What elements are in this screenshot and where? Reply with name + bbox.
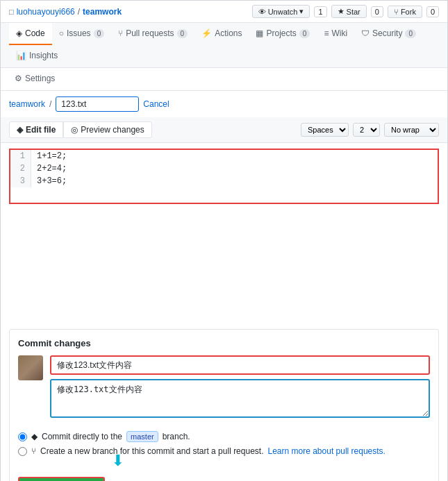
tab-insights-label: Insights <box>29 51 58 60</box>
edit-file-label: Edit file <box>26 125 56 135</box>
filename-input[interactable] <box>56 96 139 112</box>
radio-direct-icon: ◆ <box>31 432 38 441</box>
projects-icon: ▦ <box>256 28 263 38</box>
preview-icon: ◎ <box>71 125 78 135</box>
fork-icon: ⑂ <box>394 8 399 16</box>
edit-file-tab[interactable]: ◈ Edit file <box>9 121 63 138</box>
indent-select[interactable]: 2 4 8 <box>353 123 380 137</box>
fork-count: 0 <box>426 6 439 17</box>
tab-wiki-label: Wiki <box>331 28 347 38</box>
tab-settings[interactable]: ⚙ Settings <box>9 71 60 86</box>
tab-pull-requests[interactable]: ⑂ Pull requests 0 <box>111 23 194 45</box>
line-content-1: 1+1=2; <box>31 150 438 162</box>
watch-dropdown-icon: ▾ <box>299 7 304 16</box>
wiki-icon: ≡ <box>324 28 329 38</box>
code-line-1: 1 1+1=2; <box>10 150 438 162</box>
security-badge: 0 <box>405 29 416 38</box>
preview-changes-tab[interactable]: ◎ Preview changes <box>63 121 151 138</box>
tab-security-label: Security <box>372 28 402 38</box>
line-number-2: 2 <box>10 162 31 175</box>
commit-actions: Commit changes Cancel <box>18 477 430 481</box>
eye-icon: 👁 <box>258 8 266 16</box>
commit-section: Commit changes 修改123.txt文件内容 ◆ Commit di… <box>9 329 439 481</box>
commit-description-input[interactable]: 修改123.txt文件内容 <box>50 379 430 418</box>
arrow-indicator: ⬆ <box>112 450 124 469</box>
watch-label: Unwatch <box>268 8 298 16</box>
commit-title-input[interactable] <box>50 355 430 375</box>
tab-projects-label: Projects <box>266 28 296 38</box>
watch-count: 1 <box>314 6 326 17</box>
branch-name-badge: master <box>126 431 158 442</box>
line-content-2: 2+2=4; <box>31 162 438 175</box>
issues-icon: ○ <box>59 28 64 38</box>
security-icon: 🛡 <box>361 28 370 38</box>
tab-wiki[interactable]: ≡ Wiki <box>317 23 354 45</box>
radio-new-branch[interactable] <box>18 447 27 456</box>
repo-owner-link[interactable]: luohuayouyi666 <box>17 7 75 17</box>
radio-direct-label: Commit directly to the <box>42 432 122 441</box>
editor-empty-space <box>1 210 447 321</box>
tab-projects[interactable]: ▦ Projects 0 <box>249 23 317 45</box>
line-number-3: 3 <box>10 175 31 187</box>
repo-icon: □ <box>9 8 14 16</box>
tab-issues[interactable]: ○ Issues 0 <box>52 23 112 45</box>
projects-badge: 0 <box>299 29 310 38</box>
edit-icon: ◈ <box>17 125 23 135</box>
spaces-select[interactable]: Spaces Tabs <box>301 123 349 137</box>
pr-icon: ⑂ <box>118 28 123 38</box>
code-line-2: 2 2+2=4; <box>10 162 438 175</box>
radio-direct-suffix: branch. <box>163 432 190 441</box>
learn-more-link[interactable]: Learn more about pull requests. <box>268 446 385 456</box>
line-number-1: 1 <box>10 150 31 162</box>
pr-badge: 0 <box>177 29 188 38</box>
avatar <box>18 355 43 380</box>
breadcrumb-root[interactable]: teamwork <box>9 99 45 109</box>
star-label: Star <box>347 8 360 16</box>
fork-button[interactable]: ⑂ Fork <box>388 6 422 18</box>
breadcrumb-separator: / <box>49 99 51 109</box>
star-icon: ★ <box>338 7 345 16</box>
radio-direct-commit[interactable] <box>18 432 27 441</box>
wrap-select[interactable]: No wrap Soft wrap <box>384 123 439 137</box>
commit-changes-button[interactable]: Commit changes <box>18 477 105 481</box>
star-count: 0 <box>371 6 383 17</box>
star-button[interactable]: ★ Star <box>331 5 367 18</box>
breadcrumb-sep1: / <box>78 7 80 17</box>
breadcrumb-cancel-button[interactable]: Cancel <box>143 99 169 109</box>
tab-code-label: Code <box>25 28 45 38</box>
radio-new-icon: ⑂ <box>31 446 36 456</box>
breadcrumb: teamwork / Cancel <box>1 91 447 117</box>
line-content-3: 3+3=6; <box>31 175 438 187</box>
code-editor[interactable]: 1 1+1=2; 2 2+2=4; 3 3+3=6; <box>9 149 439 204</box>
tab-pr-label: Pull requests <box>126 28 174 38</box>
tab-actions-label: Actions <box>215 28 242 38</box>
issues-badge: 0 <box>94 29 105 38</box>
fork-label: Fork <box>401 8 416 16</box>
radio-new-label: Create a new branch for this commit and … <box>40 446 264 456</box>
tab-actions[interactable]: ⚡ Actions <box>194 23 249 45</box>
repo-name-link[interactable]: teamwork <box>83 7 122 17</box>
tab-security[interactable]: 🛡 Security 0 <box>354 23 423 45</box>
tab-insights[interactable]: 📊 Insights <box>9 45 65 67</box>
code-line-3: 3 3+3=6; <box>10 175 438 187</box>
tab-settings-label: Settings <box>25 74 55 83</box>
preview-changes-label: Preview changes <box>81 125 144 135</box>
settings-icon: ⚙ <box>15 74 22 83</box>
tab-issues-label: Issues <box>67 28 91 38</box>
actions-icon: ⚡ <box>201 28 212 38</box>
tab-code[interactable]: ◈ Code <box>9 23 52 45</box>
watch-button[interactable]: 👁 Unwatch ▾ <box>252 5 310 18</box>
code-icon: ◈ <box>16 28 22 38</box>
insights-icon: 📊 <box>16 51 26 60</box>
commit-section-title: Commit changes <box>18 338 430 348</box>
commit-options: ◆ Commit directly to the master branch. … <box>18 431 430 456</box>
